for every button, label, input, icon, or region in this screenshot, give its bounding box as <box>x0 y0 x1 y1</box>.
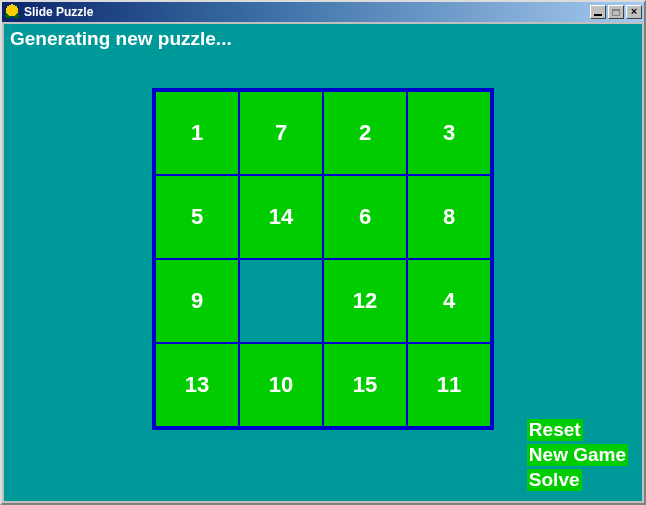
board-cell: 1 <box>156 92 238 174</box>
tile[interactable]: 11 <box>408 344 490 426</box>
tile[interactable]: 8 <box>408 176 490 258</box>
tile[interactable]: 15 <box>324 344 406 426</box>
tile[interactable]: 2 <box>324 92 406 174</box>
board-cell: 12 <box>324 260 406 342</box>
new-game-button[interactable]: New Game <box>527 444 628 466</box>
tile[interactable]: 3 <box>408 92 490 174</box>
tile[interactable]: 6 <box>324 176 406 258</box>
board-cell-empty[interactable] <box>240 260 322 342</box>
board-cell: 10 <box>240 344 322 426</box>
board-cell: 11 <box>408 344 490 426</box>
board-cell: 15 <box>324 344 406 426</box>
board-cell: 6 <box>324 176 406 258</box>
board-cell: 5 <box>156 176 238 258</box>
puzzle-board: 1 7 2 3 5 14 6 8 9 12 4 13 10 15 11 <box>152 88 494 430</box>
close-button[interactable]: × <box>626 5 642 19</box>
tile[interactable]: 4 <box>408 260 490 342</box>
titlebar[interactable]: Slide Puzzle × <box>2 2 644 22</box>
tile[interactable]: 10 <box>240 344 322 426</box>
tile[interactable]: 9 <box>156 260 238 342</box>
tile[interactable]: 12 <box>324 260 406 342</box>
board-cell: 9 <box>156 260 238 342</box>
board-cell: 8 <box>408 176 490 258</box>
board-cell: 7 <box>240 92 322 174</box>
solve-button[interactable]: Solve <box>527 469 582 491</box>
tile[interactable]: 7 <box>240 92 322 174</box>
window-controls: × <box>588 5 642 19</box>
app-icon <box>4 4 20 20</box>
board-cell: 3 <box>408 92 490 174</box>
minimize-button[interactable] <box>590 5 606 19</box>
tile[interactable]: 13 <box>156 344 238 426</box>
window-title: Slide Puzzle <box>24 5 588 19</box>
maximize-button <box>608 5 624 19</box>
game-menu: Reset New Game Solve <box>527 419 628 491</box>
board-cell: 14 <box>240 176 322 258</box>
game-area: Generating new puzzle... 1 7 2 3 5 14 6 … <box>4 24 642 501</box>
tile[interactable]: 5 <box>156 176 238 258</box>
board-cell: 13 <box>156 344 238 426</box>
board-cell: 2 <box>324 92 406 174</box>
tile[interactable]: 14 <box>240 176 322 258</box>
tile[interactable]: 1 <box>156 92 238 174</box>
app-window: Slide Puzzle × Generating new puzzle... … <box>0 0 646 505</box>
status-text: Generating new puzzle... <box>10 28 232 50</box>
reset-button[interactable]: Reset <box>527 419 583 441</box>
board-cell: 4 <box>408 260 490 342</box>
